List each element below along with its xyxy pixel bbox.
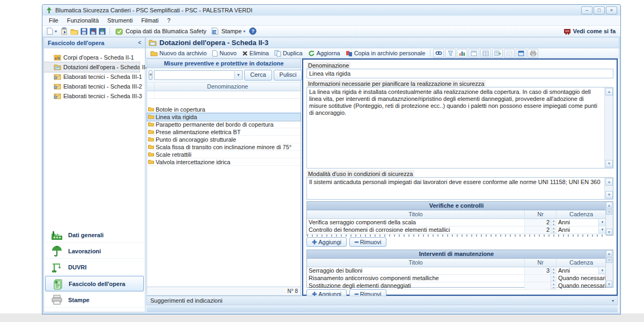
filter-icon[interactable]: [445, 49, 456, 58]
scroll-down-icon[interactable]: ▼: [605, 160, 613, 167]
cell-cadenza[interactable]: Anni▾: [556, 267, 606, 274]
list-item[interactable]: Parapetto permanente del bordo di copert…: [147, 121, 301, 128]
sidebar-collapse-button[interactable]: <: [138, 40, 141, 46]
new-item-row[interactable]: [147, 91, 301, 99]
menu-file[interactable]: File: [45, 17, 63, 24]
table-row[interactable]: Sostituzione degli elementi danneggiati …: [307, 282, 606, 290]
list-item[interactable]: Scala fissa di transito con inclinazione…: [147, 143, 301, 151]
help-icon[interactable]: ?: [249, 27, 257, 35]
save-all-icon[interactable]: [99, 28, 106, 35]
print-icon[interactable]: [528, 49, 538, 58]
aggiorna-button[interactable]: Aggiorna: [306, 49, 342, 57]
table-export-icon[interactable]: [492, 49, 503, 58]
cell-titolo[interactable]: Sostituzione degli elementi danneggiati: [307, 282, 524, 289]
cell-titolo[interactable]: Controllo dei fenomeni di corrosione ele…: [307, 226, 524, 233]
suggestions-bar[interactable]: Suggerimenti ed indicazioni ▾: [147, 296, 618, 305]
menu-strumenti[interactable]: Strumenti: [103, 17, 137, 24]
spinner[interactable]: ▲▼: [551, 219, 556, 226]
nav-duvri[interactable]: DUVRI: [45, 260, 144, 275]
modalita-uso-textarea[interactable]: Il sistemi anticaduta personali impiegat…: [306, 177, 613, 200]
tree-item-corpi-opera[interactable]: Corpi d'opera - Scheda II-1: [44, 53, 145, 62]
dropdown-icon[interactable]: ▾: [598, 267, 606, 274]
table-row[interactable]: Risanamento anticorrosivo componenti met…: [307, 275, 606, 282]
column-nr[interactable]: Nr: [525, 259, 557, 267]
nav-fascicolo-opera[interactable]: Fascicolo dell'opera: [45, 276, 144, 291]
new-document-button[interactable]: ▾: [45, 27, 58, 35]
column-cadenza[interactable]: Cadenza: [557, 210, 606, 218]
open-folder-icon[interactable]: [70, 28, 78, 35]
layout-panel-icon[interactable]: [469, 49, 479, 58]
clear-search-button[interactable]: ×: [149, 70, 152, 80]
suggestions-chevron-icon[interactable]: ▾: [612, 298, 614, 303]
scroll-up-icon[interactable]: ▲: [605, 88, 613, 96]
search-combo-drop-icon[interactable]: ▾: [234, 71, 242, 79]
list-item[interactable]: Valvola intercettazione idrica: [147, 158, 301, 166]
cell-cadenza[interactable]: Anni▾: [556, 219, 606, 226]
column-nr[interactable]: Nr: [525, 210, 557, 218]
elimina-button[interactable]: Elimina: [240, 49, 271, 57]
scroll-down-icon[interactable]: ▼: [605, 191, 613, 199]
scrollbar[interactable]: ▲ ▼: [604, 178, 613, 199]
save-edit-icon[interactable]: [90, 28, 97, 35]
nav-dati-generali[interactable]: Dati generali: [45, 228, 144, 243]
informazioni-textarea[interactable]: La linea vita rigida è installata contes…: [306, 87, 613, 169]
nuovo-da-archivio-button[interactable]: Nuovo da archivio: [148, 49, 209, 57]
search-input[interactable]: [155, 72, 234, 79]
nuovo-button[interactable]: Nuovo: [210, 49, 239, 57]
cell-nr[interactable]: 2▲▼: [524, 226, 556, 233]
spinner[interactable]: ▲▼: [551, 282, 556, 289]
cell-cadenza[interactable]: Anni▾: [556, 226, 606, 233]
scroll-up-icon[interactable]: ▲: [606, 202, 612, 208]
menu-help[interactable]: ?: [163, 17, 175, 24]
cell-nr[interactable]: 2▲▼: [524, 219, 556, 226]
list-item[interactable]: Prese alimentazione elettrica BT: [147, 128, 301, 136]
list-item[interactable]: Scale retrattili: [147, 151, 301, 158]
verifiche-rimuovi-button[interactable]: ━Rimuovi: [349, 237, 386, 247]
scroll-down-icon[interactable]: ▼: [606, 281, 612, 287]
cerca-button[interactable]: Cerca: [244, 70, 272, 80]
find-icon[interactable]: [433, 49, 444, 58]
duplica-button[interactable]: Duplica: [272, 49, 305, 57]
column-titolo[interactable]: Titolo: [307, 210, 525, 218]
stampe-button[interactable]: W Stampe ▾: [210, 27, 247, 35]
pulisci-button[interactable]: Pulisci: [274, 70, 303, 80]
column-cadenza[interactable]: Cadenza: [557, 259, 606, 267]
list-item-selected[interactable]: Linea vita rigida: [147, 113, 301, 121]
cell-cadenza[interactable]: Quando necessario▾: [556, 282, 606, 289]
table-scrollbar[interactable]: ▲ ≡ ▼: [605, 250, 613, 287]
export-window-icon[interactable]: [516, 49, 526, 58]
list-item[interactable]: Botole in copertura: [147, 106, 301, 113]
cell-nr[interactable]: 3▲▼: [524, 267, 556, 274]
cell-nr[interactable]: ▲▼: [524, 275, 556, 282]
save-icon[interactable]: [80, 28, 87, 35]
scrollbar[interactable]: ▲ ▼: [604, 87, 613, 168]
scroll-down-icon[interactable]: ▼: [606, 229, 612, 235]
spinner[interactable]: ▲▼: [551, 226, 556, 233]
tree-item-elaborati-iii-1[interactable]: Elaborati tecnici - Scheda III-1: [44, 72, 145, 82]
table-row[interactable]: Serraggio dei bulloni 3▲▼ Anni▾: [307, 267, 606, 275]
chart-columns-icon[interactable]: [457, 49, 467, 58]
cell-titolo[interactable]: Risanamento anticorrosivo componenti met…: [307, 275, 524, 282]
cell-nr[interactable]: ▲▼: [524, 282, 556, 289]
copia-dati-button[interactable]: Copia dati da Blumatica Safety: [114, 27, 208, 35]
minimize-button[interactable]: –: [581, 6, 592, 14]
dropdown-icon[interactable]: ▾: [598, 226, 606, 233]
cell-titolo[interactable]: Serraggio dei bulloni: [307, 267, 524, 274]
maximize-button[interactable]: □: [594, 6, 605, 14]
tree-item-elaborati-iii-3[interactable]: Elaborati tecnici - Scheda III-3: [44, 91, 145, 101]
grid-view-icon[interactable]: [480, 49, 491, 58]
tree-item-dotazioni[interactable]: Dotazioni dell'opera - Scheda II-3: [44, 62, 140, 72]
column-denominazione[interactable]: Denominazione: [155, 83, 301, 91]
cell-titolo[interactable]: Verifica serraggio componenti della scal…: [307, 219, 524, 226]
menu-filmati[interactable]: Filmati: [137, 17, 163, 24]
list-item[interactable]: Punto di ancoraggio strutturale: [147, 136, 301, 143]
list-column-header[interactable]: Denominazione: [147, 83, 301, 91]
dropdown-icon[interactable]: ▾: [598, 219, 606, 226]
paste-icon[interactable]: [61, 27, 68, 35]
copia-archivio-personale-button[interactable]: Copia in archivio personale: [343, 49, 428, 57]
table-row[interactable]: Verifica serraggio componenti della scal…: [307, 219, 606, 226]
close-button[interactable]: ×: [606, 6, 617, 14]
table-scrollbar[interactable]: ▲ ≡ ▼: [605, 202, 613, 235]
vedi-come-si-fa-button[interactable]: Vedi come si fa: [564, 28, 618, 35]
tree-item-elaborati-iii-2[interactable]: Elaborati tecnici - Scheda III-2: [44, 82, 145, 91]
